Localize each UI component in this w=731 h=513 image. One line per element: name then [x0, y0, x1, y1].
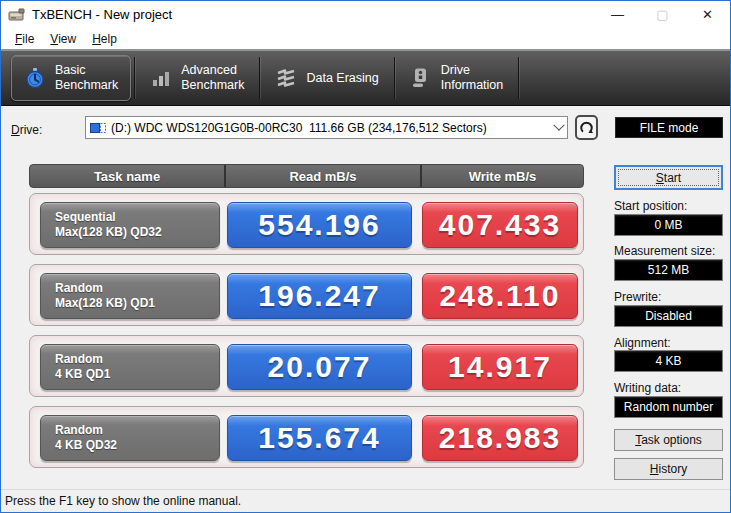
- erase-waves-icon: [275, 67, 297, 89]
- file-mode-button[interactable]: FILE mode: [615, 117, 723, 138]
- drive-label: Drive:: [11, 123, 42, 137]
- menu-help[interactable]: Help: [84, 30, 125, 48]
- benchmark-row-random-4kb-qd32: Random4 KB QD32 155.674 218.983: [29, 406, 584, 468]
- chevron-down-icon: [553, 119, 564, 130]
- refresh-drives-button[interactable]: [575, 115, 598, 140]
- title-bar: TxBENCH - New project — ▢ ✕: [1, 1, 730, 28]
- start-button-label: Start: [618, 169, 719, 186]
- history-button[interactable]: History: [614, 458, 723, 480]
- toolbar-separator: [259, 57, 260, 99]
- maximize-button[interactable]: ▢: [640, 1, 685, 28]
- menu-file[interactable]: File: [7, 30, 42, 48]
- read-value: 20.077: [227, 344, 412, 390]
- start-button[interactable]: Start: [614, 165, 723, 190]
- alignment-field[interactable]: 4 KB: [614, 350, 723, 372]
- partition-icon: [90, 122, 106, 134]
- header-task-name: Task name: [30, 165, 224, 187]
- task-button[interactable]: RandomMax(128 KB) QD1: [40, 273, 220, 319]
- drive-select[interactable]: (D:) WDC WDS120G1G0B-00RC30 111.66 GB (2…: [85, 116, 568, 139]
- status-bar: Press the F1 key to show the online manu…: [1, 489, 730, 512]
- start-position-field[interactable]: 0 MB: [614, 214, 723, 236]
- close-icon: ✕: [702, 7, 713, 22]
- tab-drive-information[interactable]: DriveInformation: [398, 55, 516, 101]
- header-read: Read mB/s: [224, 165, 422, 187]
- tab-advanced-benchmark-label: AdvancedBenchmark: [181, 63, 244, 93]
- read-value: 554.196: [227, 202, 412, 248]
- tab-basic-benchmark[interactable]: BasicBenchmark: [11, 55, 131, 101]
- toolbar-separator: [518, 57, 519, 99]
- tab-data-erasing-label: Data Erasing: [306, 71, 378, 86]
- writing-data-field[interactable]: Random number: [614, 396, 723, 418]
- menu-bar: File View Help: [1, 28, 730, 49]
- task-button[interactable]: Random4 KB QD1: [40, 344, 220, 390]
- drive-icon: [410, 67, 432, 89]
- write-value: 218.983: [422, 415, 578, 461]
- read-value: 196.247: [227, 273, 412, 319]
- write-value: 248.110: [422, 273, 578, 319]
- toolbar-separator: [134, 57, 135, 99]
- app-window: TxBENCH - New project — ▢ ✕ File View He…: [0, 0, 731, 513]
- maximize-icon: ▢: [656, 7, 668, 22]
- window-title: TxBENCH - New project: [32, 7, 172, 22]
- benchmark-row-random-4kb-qd1: Random4 KB QD1 20.077 14.917: [29, 335, 584, 397]
- write-value: 14.917: [422, 344, 578, 390]
- measurement-size-label: Measurement size:: [614, 244, 726, 258]
- measurement-size-field[interactable]: 512 MB: [614, 259, 723, 281]
- results-header: Task name Read mB/s Write mB/s: [29, 164, 584, 188]
- minimize-icon: —: [611, 7, 624, 22]
- bar-chart-icon: [150, 67, 172, 89]
- tab-advanced-benchmark[interactable]: AdvancedBenchmark: [138, 55, 256, 101]
- benchmark-row-sequential-qd32: SequentialMax(128 KB) QD32 554.196 407.4…: [29, 193, 584, 255]
- prewrite-field[interactable]: Disabled: [614, 305, 723, 327]
- toolbar: BasicBenchmark AdvancedBenchmark Data Er…: [1, 49, 730, 106]
- stopwatch-icon: [24, 67, 46, 89]
- prewrite-label: Prewrite:: [614, 290, 726, 304]
- menu-view[interactable]: View: [42, 30, 84, 48]
- task-button[interactable]: Random4 KB QD32: [40, 415, 220, 461]
- writing-data-label: Writing data:: [614, 381, 726, 395]
- task-button[interactable]: SequentialMax(128 KB) QD32: [40, 202, 220, 248]
- file-mode-label: FILE mode: [640, 121, 699, 135]
- toolbar-separator: [394, 57, 395, 99]
- minimize-button[interactable]: —: [595, 1, 640, 28]
- header-write: Write mB/s: [422, 165, 583, 187]
- tab-basic-benchmark-label: BasicBenchmark: [55, 63, 118, 93]
- alignment-label: Alignment:: [614, 336, 726, 350]
- start-position-label: Start position:: [614, 199, 726, 213]
- app-logo-icon: [8, 7, 26, 23]
- task-options-button[interactable]: Task options: [614, 429, 723, 451]
- tab-data-erasing[interactable]: Data Erasing: [263, 55, 390, 101]
- read-value: 155.674: [227, 415, 412, 461]
- close-button[interactable]: ✕: [685, 1, 730, 28]
- write-value: 407.433: [422, 202, 578, 248]
- drive-selected-value: (D:) WDC WDS120G1G0B-00RC30 111.66 GB (2…: [111, 121, 487, 135]
- tab-drive-information-label: DriveInformation: [441, 63, 504, 93]
- refresh-icon: [579, 120, 594, 135]
- benchmark-row-random-qd1: RandomMax(128 KB) QD1 196.247 248.110: [29, 264, 584, 326]
- status-text: Press the F1 key to show the online manu…: [5, 494, 241, 508]
